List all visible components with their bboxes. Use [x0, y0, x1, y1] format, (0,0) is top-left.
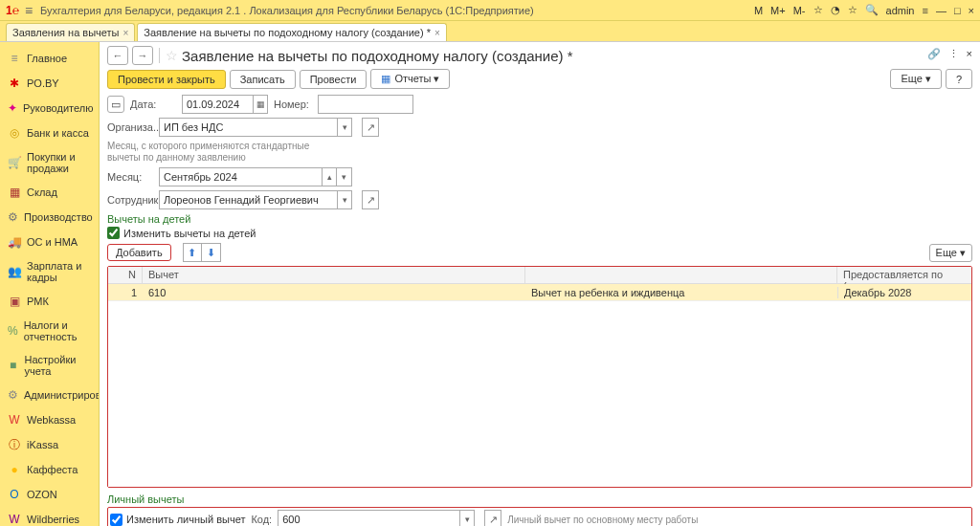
sidebar-item[interactable]: 🚚ОС и НМА: [0, 230, 99, 254]
nav-back-button[interactable]: ←: [107, 46, 128, 65]
move-up-icon[interactable]: ⬆: [183, 243, 202, 262]
more-button[interactable]: Еще ▾: [890, 69, 941, 89]
move-down-icon[interactable]: ⬇: [202, 243, 221, 262]
employee-field[interactable]: Лореонов Геннадий Георгиевич ▾: [159, 190, 352, 209]
document-tabs: Заявления на вычеты × Заявление на вычет…: [0, 21, 980, 42]
month-note: Месяц, с которого применяются стандартны…: [107, 141, 972, 164]
sidebar-label: Главное: [27, 53, 67, 64]
personal-code-field[interactable]: 600▾: [278, 510, 475, 526]
calendar-icon[interactable]: ▦: [253, 95, 268, 114]
title-bar: 1℮ ≡ Бухгалтерия для Беларуси, редакция …: [0, 0, 980, 21]
tab-document[interactable]: Заявление на вычеты по подоходному налог…: [137, 23, 446, 41]
page-title: Заявление на вычеты по подоходному налог…: [182, 48, 573, 64]
sidebar: ≡Главное✱PO.BY✦Руководителю◎Банк и касса…: [0, 42, 100, 526]
open-ref-icon[interactable]: ↗: [484, 510, 501, 526]
main-menu-icon[interactable]: ≡: [25, 3, 33, 18]
sidebar-item[interactable]: ⓘiKassa: [0, 432, 99, 457]
sidebar-item[interactable]: ✦Руководителю: [0, 96, 99, 121]
mem-mplus[interactable]: M+: [770, 5, 786, 16]
post-button[interactable]: Провести: [300, 70, 368, 89]
star-icon[interactable]: ☆: [848, 4, 858, 16]
chevron-down-icon[interactable]: ▾: [337, 118, 352, 137]
user-label[interactable]: admin: [886, 5, 915, 16]
marked-icon[interactable]: ▭: [107, 96, 124, 113]
close-tab-icon[interactable]: ×: [123, 28, 129, 38]
sidebar-item[interactable]: WWildberries: [0, 507, 99, 526]
reports-button[interactable]: ▦Отчеты ▾: [370, 69, 450, 89]
app-logo: 1℮: [6, 4, 19, 17]
col-n[interactable]: N: [108, 267, 143, 283]
form-window-controls: 🔗 ⋮ ×: [927, 48, 972, 60]
sidebar-item[interactable]: WWebkassa: [0, 407, 99, 432]
close-tab-icon[interactable]: ×: [434, 28, 440, 38]
sidebar-item[interactable]: ■Настройки учета: [0, 348, 99, 383]
open-ref-icon[interactable]: ↗: [362, 190, 379, 209]
org-label: Организа...: [107, 121, 153, 133]
sidebar-item[interactable]: ≡Главное: [0, 46, 99, 71]
search-icon[interactable]: 🔍: [865, 4, 879, 16]
maximize-icon[interactable]: □: [954, 5, 961, 16]
col-until[interactable]: Предоставляется по (включительн...: [837, 267, 971, 283]
help-button[interactable]: ?: [946, 69, 972, 89]
col-desc[interactable]: [525, 267, 837, 283]
sidebar-icon: ⓘ: [8, 438, 21, 451]
sidebar-item[interactable]: 👥Зарплата и кадры: [0, 254, 99, 289]
personal-checkbox[interactable]: Изменить личный вычет: [110, 514, 245, 526]
sidebar-icon: ▣: [8, 295, 21, 308]
table-row[interactable]: 1 610 Вычет на ребенка и иждивенца Декаб…: [108, 284, 971, 301]
sidebar-item[interactable]: ▦Склад: [0, 180, 99, 205]
sidebar-item[interactable]: ◎Банк и касса: [0, 121, 99, 145]
sidebar-icon: O: [8, 488, 21, 501]
stepper-down-icon[interactable]: ▾: [337, 167, 352, 186]
settings-icon[interactable]: ≡: [922, 5, 927, 16]
write-button[interactable]: Записать: [230, 70, 296, 89]
favorite-icon[interactable]: ☆: [166, 48, 178, 63]
sidebar-label: OZON: [27, 489, 57, 500]
sidebar-item[interactable]: ⚙Администрирование: [0, 383, 99, 407]
sidebar-icon: ●: [8, 463, 21, 476]
org-field[interactable]: ИП без НДС ▾: [159, 118, 352, 137]
children-checkbox[interactable]: Изменить вычеты на детей: [107, 227, 972, 239]
sidebar-item[interactable]: ▣РМК: [0, 289, 99, 314]
add-button[interactable]: Добавить: [107, 244, 171, 261]
sidebar-icon: ■: [8, 359, 18, 372]
minimize-icon[interactable]: —: [936, 5, 947, 16]
children-table: N Вычет Предоставляется по (включительн.…: [107, 266, 972, 488]
sidebar-icon: ✱: [8, 77, 21, 90]
sidebar-label: Зарплата и кадры: [27, 260, 91, 283]
chevron-down-icon[interactable]: ▾: [337, 190, 352, 209]
sidebar-item[interactable]: %Налоги и отчетность: [0, 314, 99, 348]
history-icon[interactable]: ◔: [831, 4, 840, 16]
nav-forward-button[interactable]: →: [132, 46, 153, 65]
close-window-icon[interactable]: ×: [969, 5, 974, 16]
sidebar-icon: 🛒: [8, 156, 21, 169]
tab-list[interactable]: Заявления на вычеты ×: [6, 23, 135, 41]
bell-icon[interactable]: ☆: [813, 4, 823, 16]
sidebar-label: Банк и касса: [27, 127, 89, 139]
sidebar-icon: ▦: [8, 186, 21, 199]
sidebar-label: Налоги и отчетность: [24, 319, 91, 342]
sidebar-icon: 🚚: [8, 235, 21, 249]
number-field[interactable]: [318, 95, 413, 114]
month-label: Месяц:: [107, 171, 153, 183]
sidebar-label: Руководителю: [23, 102, 93, 114]
col-deduction[interactable]: Вычет: [143, 267, 525, 283]
close-form-icon[interactable]: ×: [967, 48, 972, 60]
date-field[interactable]: 01.09.2024 ▦: [182, 95, 268, 114]
month-field[interactable]: Сентябрь 2024 ▴ ▾: [159, 167, 352, 186]
sidebar-item[interactable]: OOZON: [0, 482, 99, 507]
sidebar-item[interactable]: ⚙Производство: [0, 205, 99, 230]
mem-mminus[interactable]: M-: [793, 5, 806, 16]
options-icon[interactable]: ⋮: [948, 48, 959, 60]
sidebar-label: Производство: [24, 211, 93, 223]
open-ref-icon[interactable]: ↗: [362, 118, 379, 137]
sidebar-item[interactable]: 🛒Покупки и продажи: [0, 145, 99, 180]
personal-section-title: Личный вычеты: [107, 493, 972, 505]
link-icon[interactable]: 🔗: [927, 48, 941, 60]
post-and-close-button[interactable]: Провести и закрыть: [107, 70, 226, 89]
sidebar-item[interactable]: ●Каффеста: [0, 457, 99, 482]
mem-m[interactable]: M: [754, 5, 763, 16]
table-more-button[interactable]: Еще ▾: [929, 244, 972, 262]
sidebar-item[interactable]: ✱PO.BY: [0, 71, 99, 96]
stepper-up-icon[interactable]: ▴: [322, 167, 337, 186]
